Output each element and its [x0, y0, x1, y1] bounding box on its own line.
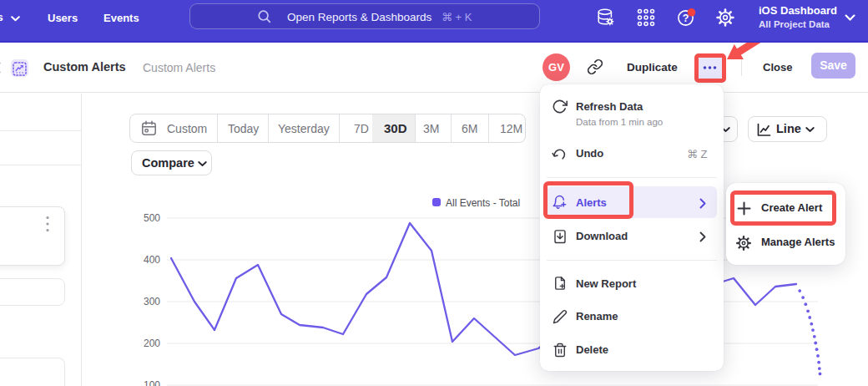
svg-text:100: 100 [144, 379, 160, 386]
svg-text:400: 400 [144, 254, 160, 266]
svg-text:300: 300 [144, 296, 160, 307]
svg-text:500: 500 [144, 212, 160, 224]
svg-text:?: ? [683, 13, 689, 24]
svg-text:200: 200 [144, 338, 160, 349]
